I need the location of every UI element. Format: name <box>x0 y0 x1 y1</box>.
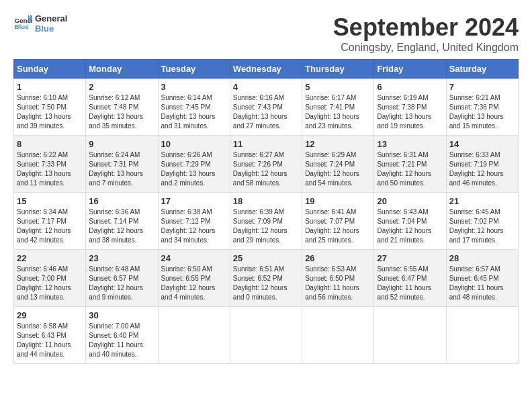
calendar-cell: 27Sunrise: 6:55 AMSunset: 6:47 PMDayligh… <box>374 250 446 307</box>
calendar-cell: 18Sunrise: 6:39 AMSunset: 7:09 PMDayligh… <box>230 193 302 250</box>
header-cell-monday: Monday <box>86 60 158 79</box>
calendar-cell: 9Sunrise: 6:24 AMSunset: 7:31 PMDaylight… <box>86 136 158 193</box>
calendar-cell: 19Sunrise: 6:41 AMSunset: 7:07 PMDayligh… <box>302 193 374 250</box>
day-info: Sunrise: 6:57 AMSunset: 6:45 PMDaylight:… <box>449 265 515 302</box>
header-cell-tuesday: Tuesday <box>158 60 230 79</box>
day-number: 30 <box>89 310 154 320</box>
calendar-cell: 22Sunrise: 6:46 AMSunset: 7:00 PMDayligh… <box>14 250 86 307</box>
day-number: 20 <box>377 196 443 206</box>
week-row-4: 22Sunrise: 6:46 AMSunset: 7:00 PMDayligh… <box>14 250 519 307</box>
header-cell-sunday: Sunday <box>14 60 86 79</box>
day-number: 26 <box>305 253 371 263</box>
calendar-cell <box>446 307 518 364</box>
day-info: Sunrise: 6:50 AMSunset: 6:55 PMDaylight:… <box>161 265 227 302</box>
calendar-cell: 11Sunrise: 6:27 AMSunset: 7:26 PMDayligh… <box>230 136 302 193</box>
calendar-cell: 5Sunrise: 6:17 AMSunset: 7:41 PMDaylight… <box>302 79 374 136</box>
day-info: Sunrise: 6:17 AMSunset: 7:41 PMDaylight:… <box>305 93 371 131</box>
day-number: 28 <box>449 253 515 263</box>
calendar-cell: 17Sunrise: 6:38 AMSunset: 7:12 PMDayligh… <box>158 193 230 250</box>
day-info: Sunrise: 6:16 AMSunset: 7:43 PMDaylight:… <box>233 93 299 131</box>
day-info: Sunrise: 6:55 AMSunset: 6:47 PMDaylight:… <box>377 265 443 302</box>
day-info: Sunrise: 6:10 AMSunset: 7:50 PMDaylight:… <box>17 93 83 131</box>
day-number: 18 <box>233 196 299 206</box>
day-info: Sunrise: 6:45 AMSunset: 7:02 PMDaylight:… <box>449 208 515 245</box>
day-number: 10 <box>161 139 227 149</box>
logo-icon: General Blue <box>13 14 32 33</box>
day-info: Sunrise: 6:22 AMSunset: 7:33 PMDaylight:… <box>17 150 83 188</box>
day-info: Sunrise: 6:31 AMSunset: 7:21 PMDaylight:… <box>377 150 443 188</box>
calendar-cell: 25Sunrise: 6:51 AMSunset: 6:52 PMDayligh… <box>230 250 302 307</box>
main-title: September 2024 <box>333 13 519 42</box>
day-number: 17 <box>161 196 227 206</box>
day-info: Sunrise: 6:29 AMSunset: 7:24 PMDaylight:… <box>305 150 371 188</box>
calendar-cell: 13Sunrise: 6:31 AMSunset: 7:21 PMDayligh… <box>374 136 446 193</box>
calendar-cell: 2Sunrise: 6:12 AMSunset: 7:48 PMDaylight… <box>86 79 158 136</box>
day-number: 3 <box>161 82 227 92</box>
calendar-cell: 29Sunrise: 6:58 AMSunset: 6:43 PMDayligh… <box>14 307 86 364</box>
day-info: Sunrise: 6:53 AMSunset: 6:50 PMDaylight:… <box>305 265 371 302</box>
header-cell-thursday: Thursday <box>302 60 374 79</box>
day-number: 8 <box>17 139 83 149</box>
day-number: 11 <box>233 139 299 149</box>
day-number: 14 <box>449 139 515 149</box>
day-number: 12 <box>305 139 371 149</box>
day-info: Sunrise: 6:27 AMSunset: 7:26 PMDaylight:… <box>233 150 299 188</box>
calendar-cell <box>230 307 302 364</box>
day-number: 15 <box>17 196 83 206</box>
day-info: Sunrise: 6:43 AMSunset: 7:04 PMDaylight:… <box>377 208 443 245</box>
week-row-2: 8Sunrise: 6:22 AMSunset: 7:33 PMDaylight… <box>14 136 519 193</box>
calendar-cell <box>374 307 446 364</box>
day-info: Sunrise: 6:33 AMSunset: 7:19 PMDaylight:… <box>449 150 515 188</box>
week-row-5: 29Sunrise: 6:58 AMSunset: 6:43 PMDayligh… <box>14 307 519 364</box>
day-info: Sunrise: 6:39 AMSunset: 7:09 PMDaylight:… <box>233 208 299 245</box>
calendar-cell: 14Sunrise: 6:33 AMSunset: 7:19 PMDayligh… <box>446 136 518 193</box>
day-number: 22 <box>17 253 83 263</box>
calendar-cell <box>302 307 374 364</box>
calendar-cell: 6Sunrise: 6:19 AMSunset: 7:38 PMDaylight… <box>374 79 446 136</box>
page-header: General Blue General Blue September 2024… <box>13 13 519 54</box>
day-number: 23 <box>89 253 154 263</box>
calendar-cell: 20Sunrise: 6:43 AMSunset: 7:04 PMDayligh… <box>374 193 446 250</box>
calendar-cell: 26Sunrise: 6:53 AMSunset: 6:50 PMDayligh… <box>302 250 374 307</box>
day-number: 2 <box>89 82 154 92</box>
header-row: SundayMondayTuesdayWednesdayThursdayFrid… <box>14 60 519 79</box>
calendar-cell: 10Sunrise: 6:26 AMSunset: 7:29 PMDayligh… <box>158 136 230 193</box>
calendar-cell: 12Sunrise: 6:29 AMSunset: 7:24 PMDayligh… <box>302 136 374 193</box>
calendar-cell: 28Sunrise: 6:57 AMSunset: 6:45 PMDayligh… <box>446 250 518 307</box>
day-number: 24 <box>161 253 227 263</box>
calendar-cell: 15Sunrise: 6:34 AMSunset: 7:17 PMDayligh… <box>14 193 86 250</box>
day-info: Sunrise: 6:41 AMSunset: 7:07 PMDaylight:… <box>305 208 371 245</box>
day-number: 16 <box>89 196 154 206</box>
title-block: September 2024 Coningsby, England, Unite… <box>333 13 519 54</box>
calendar-cell: 4Sunrise: 6:16 AMSunset: 7:43 PMDaylight… <box>230 79 302 136</box>
day-info: Sunrise: 6:38 AMSunset: 7:12 PMDaylight:… <box>161 208 227 245</box>
header-cell-wednesday: Wednesday <box>230 60 302 79</box>
day-number: 21 <box>449 196 515 206</box>
calendar-cell: 24Sunrise: 6:50 AMSunset: 6:55 PMDayligh… <box>158 250 230 307</box>
day-info: Sunrise: 6:12 AMSunset: 7:48 PMDaylight:… <box>89 93 154 131</box>
week-row-3: 15Sunrise: 6:34 AMSunset: 7:17 PMDayligh… <box>14 193 519 250</box>
calendar-cell <box>158 307 230 364</box>
day-info: Sunrise: 6:48 AMSunset: 6:57 PMDaylight:… <box>89 265 154 302</box>
day-info: Sunrise: 6:24 AMSunset: 7:31 PMDaylight:… <box>89 150 154 188</box>
subtitle: Coningsby, England, United Kingdom <box>333 42 519 54</box>
logo: General Blue General Blue <box>13 13 67 34</box>
day-number: 1 <box>17 82 83 92</box>
calendar-cell: 30Sunrise: 7:00 AMSunset: 6:40 PMDayligh… <box>86 307 158 364</box>
day-info: Sunrise: 7:00 AMSunset: 6:40 PMDaylight:… <box>89 322 154 359</box>
day-info: Sunrise: 6:58 AMSunset: 6:43 PMDaylight:… <box>17 322 83 359</box>
calendar-table: SundayMondayTuesdayWednesdayThursdayFrid… <box>13 59 519 364</box>
logo-line1: General <box>35 13 67 24</box>
day-info: Sunrise: 6:14 AMSunset: 7:45 PMDaylight:… <box>161 93 227 131</box>
day-number: 27 <box>377 253 443 263</box>
calendar-cell: 21Sunrise: 6:45 AMSunset: 7:02 PMDayligh… <box>446 193 518 250</box>
day-info: Sunrise: 6:19 AMSunset: 7:38 PMDaylight:… <box>377 93 443 131</box>
day-number: 6 <box>377 82 443 92</box>
calendar-cell: 3Sunrise: 6:14 AMSunset: 7:45 PMDaylight… <box>158 79 230 136</box>
calendar-cell: 8Sunrise: 6:22 AMSunset: 7:33 PMDaylight… <box>14 136 86 193</box>
day-info: Sunrise: 6:26 AMSunset: 7:29 PMDaylight:… <box>161 150 227 188</box>
day-number: 4 <box>233 82 299 92</box>
day-info: Sunrise: 6:21 AMSunset: 7:36 PMDaylight:… <box>449 93 515 131</box>
day-info: Sunrise: 6:34 AMSunset: 7:17 PMDaylight:… <box>17 208 83 245</box>
day-number: 25 <box>233 253 299 263</box>
